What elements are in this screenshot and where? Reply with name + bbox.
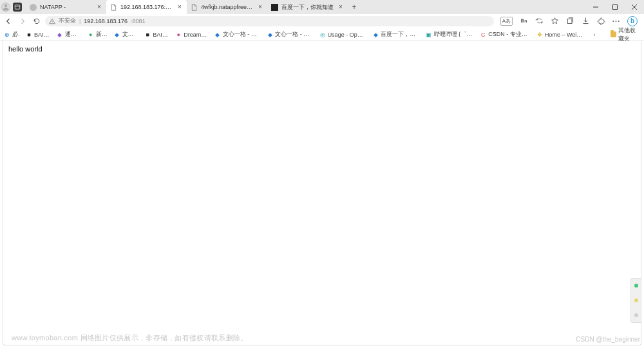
forward-button[interactable]	[17, 15, 28, 27]
url-input[interactable]: 不安全 | 192.168.183.176:8081	[45, 16, 494, 26]
bookmark-dreamstudio[interactable]: ●DreamStudio	[175, 32, 208, 38]
svg-rect-1	[15, 5, 20, 9]
profile-button[interactable]	[1, 3, 10, 12]
tab-label: 百度一下，你就知道	[281, 3, 334, 12]
title-bar-left	[0, 3, 22, 12]
address-bar: 不安全 | 192.168.183.176:8081 Aあ ⋯ b	[0, 14, 644, 28]
tab-close-button[interactable]: ×	[96, 4, 102, 10]
bookmark-icon: ◆	[267, 32, 273, 38]
toolbar-icons: Aあ ⋯ b	[497, 16, 641, 26]
close-window-button[interactable]	[625, 0, 644, 14]
page-body-text: hello world	[3, 41, 641, 57]
url-host: 192.168.183.176	[84, 18, 128, 24]
person-icon	[2, 3, 10, 11]
side-widget[interactable]	[630, 278, 641, 323]
bookmark-bai-chat-1[interactable]: ■BAI Chat	[26, 32, 50, 38]
security-label: 不安全	[59, 17, 76, 25]
title-bar: NATAPP - × 192.168.183.176:8081 × 4wfkjb…	[0, 0, 644, 14]
window-controls	[586, 0, 644, 14]
omnibox-separator: |	[79, 18, 80, 24]
warning-icon	[49, 18, 55, 24]
bookmark-bilibili[interactable]: ▣哔哩哔哩 (゜-゜)つ…	[426, 30, 474, 39]
bookmark-label: 百度一下，你就知道	[381, 30, 419, 39]
new-tab-button[interactable]: +	[348, 0, 361, 14]
tab-natapp[interactable]: NATAPP - ×	[26, 0, 106, 14]
puzzle-icon	[597, 17, 605, 25]
other-bookmarks-label: 其他收藏夹	[618, 26, 640, 43]
refresh-icon	[33, 17, 41, 25]
status-dot-green	[634, 284, 638, 288]
document-icon	[110, 4, 117, 11]
bookmark-wenxin-yiyan[interactable]: ◆文心一言	[114, 30, 138, 39]
bookmark-bai-chat-2[interactable]: ■BAI Chat	[144, 32, 169, 38]
tab-label: NATAPP -	[40, 4, 93, 10]
tab-close-button[interactable]: ×	[176, 4, 183, 10]
tab-label: 4wfkjb.natappfree.cc	[201, 4, 254, 10]
maximize-button[interactable]	[605, 0, 625, 14]
tab-baidu[interactable]: 百度一下，你就知道 ×	[267, 0, 348, 14]
bookmark-icon: ●	[88, 32, 94, 38]
bookmark-icon: ■	[26, 32, 32, 38]
sync-button[interactable]	[535, 17, 544, 26]
bookmark-icon: ◆	[57, 32, 63, 38]
star-icon	[551, 17, 559, 25]
bookmark-label: BAI Chat	[34, 32, 50, 38]
bing-button[interactable]: b	[627, 16, 638, 26]
tab-actions-button[interactable]	[13, 3, 22, 12]
bookmark-icon: ◎	[319, 32, 326, 38]
tab-close-button[interactable]: ×	[337, 4, 344, 10]
extensions-button[interactable]	[596, 17, 605, 26]
bookmark-label: 文心一言	[122, 30, 138, 39]
translate-button[interactable]: Aあ	[500, 17, 513, 26]
favorites-button[interactable]	[550, 17, 559, 26]
bookmark-baidu[interactable]: ◆百度一下，你就知道	[372, 30, 419, 39]
sync-icon	[535, 17, 544, 25]
tab-natappfree[interactable]: 4wfkjb.natappfree.cc ×	[187, 0, 267, 14]
status-dot-yellow	[634, 298, 638, 302]
bookmark-label: 哔哩哔哩 (゜-゜)つ…	[434, 30, 474, 39]
minimize-button[interactable]	[586, 0, 605, 14]
read-aloud-button[interactable]	[519, 17, 528, 26]
bookmark-openai-usage[interactable]: ◎Usage - OpenAI API	[319, 32, 366, 38]
bookmark-csdn[interactable]: CCSDN - 专业开发者…	[480, 30, 530, 39]
document-icon	[191, 4, 198, 11]
collections-button[interactable]	[565, 17, 574, 26]
bookmark-icon: ◆	[114, 32, 120, 38]
refresh-button[interactable]	[31, 15, 43, 27]
bookmarks-overflow-button[interactable]: ›	[591, 32, 598, 38]
tab-label: 192.168.183.176:8081	[120, 4, 173, 10]
tabs-icon	[14, 4, 21, 10]
back-button[interactable]	[3, 15, 14, 27]
download-icon	[582, 17, 590, 25]
bookmark-label: 通义千问	[65, 30, 81, 39]
downloads-button[interactable]	[581, 17, 590, 26]
tab-close-button[interactable]: ×	[257, 4, 263, 10]
bookmark-label: 新聊天	[96, 30, 108, 39]
bookmark-tongyi[interactable]: ◆通义千问	[57, 30, 81, 39]
text-size-icon	[520, 17, 528, 25]
bookmark-label: Home – Weights &…	[545, 32, 585, 38]
url-port: :8081	[131, 18, 146, 24]
bookmark-bing[interactable]: ⊕必应	[4, 30, 19, 39]
bookmark-label: Usage - OpenAI API	[328, 32, 366, 38]
bookmark-label: 必应	[12, 30, 19, 39]
arrow-right-icon	[19, 17, 26, 25]
bookmark-icon: ▣	[426, 32, 432, 38]
baidu-icon	[271, 4, 278, 11]
bookmark-icon: ●	[175, 32, 182, 38]
other-bookmarks-folder[interactable]: 其他收藏夹	[611, 26, 640, 43]
globe-icon	[30, 4, 37, 11]
bookmark-wenxin-yige-2[interactable]: ◆文心一格 - AI艺术…	[267, 30, 312, 39]
bookmark-icon: ⊕	[4, 32, 10, 38]
svg-point-0	[5, 5, 8, 8]
folder-icon	[611, 32, 616, 37]
more-button[interactable]: ⋯	[612, 17, 621, 26]
bookmark-label: 文心一格 - AI艺术…	[223, 30, 260, 39]
watermark-left: www.toymoban.com 网络图片仅供展示，非存储，如有侵权请联系删除。	[12, 333, 247, 343]
bookmark-newchat[interactable]: ●新聊天	[88, 30, 108, 39]
status-dot-gray	[634, 313, 638, 317]
bookmark-wenxin-yige-1[interactable]: ◆文心一格 - AI艺术…	[214, 30, 260, 39]
tab-local-ip[interactable]: 192.168.183.176:8081 ×	[106, 0, 187, 14]
bookmark-wandb[interactable]: ❖Home – Weights &…	[536, 32, 585, 38]
watermark-right: CSDN @the_beginner	[576, 336, 640, 343]
